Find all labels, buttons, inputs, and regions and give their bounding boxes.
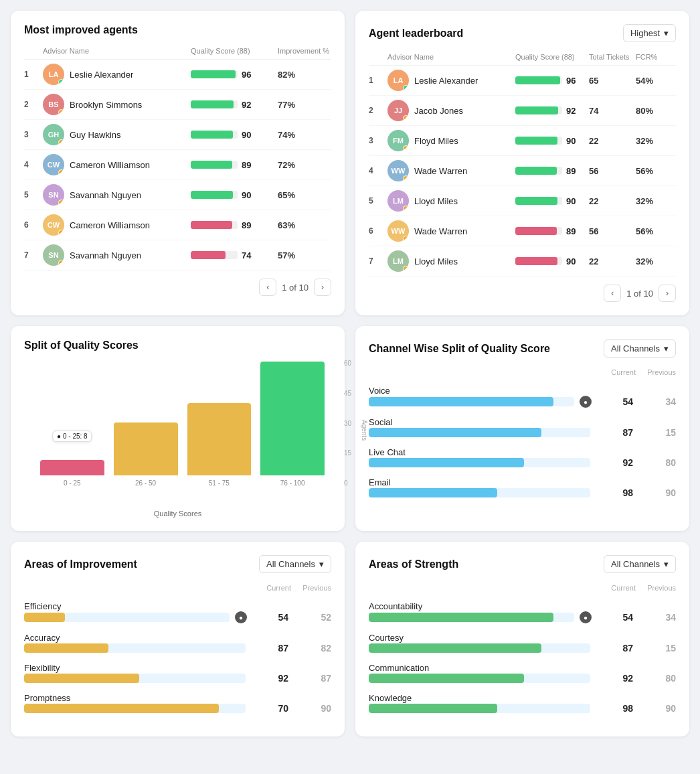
channel-label: Email [369,477,391,487]
agent-info: SN Savannah Nguyen [43,184,191,206]
table-row: 7 SN Savannah Nguyen 74 57% [24,240,331,270]
channel-bar [369,613,574,622]
col-previous: Previous [636,368,676,376]
areas-improvement-card: Areas of Improvement All Channels ▾ Curr… [11,542,345,737]
score-num: 92 [566,106,581,116]
bar-fill [24,613,65,622]
score-num: 92 [242,100,256,110]
areas-improvement-dropdown[interactable]: All Channels ▾ [259,555,331,573]
improvement-pct: 63% [278,220,331,230]
col-advisor: Advisor Name [43,47,191,55]
score-bar [515,227,562,235]
status-dot [58,230,64,236]
next-page-btn[interactable]: › [659,285,676,302]
agent-name: Floyd Miles [414,136,458,146]
areas-improvement-header: Areas of Improvement All Channels ▾ [24,555,331,573]
channel-table: Voice ● 54 34 Social 87 [369,386,676,498]
leaderboard-columns: Advisor Name Quality Score (88) Total Ti… [369,50,676,66]
previous-val: 90 [636,487,676,498]
channel-bar [369,397,574,406]
table-row: 7 LM Lloyd Miles 90 22 32% [369,246,676,277]
col-advisor: Advisor Name [387,53,515,61]
prev-page-btn[interactable]: ‹ [604,285,621,302]
status-dot [403,236,409,242]
channel-label: Efficiency [24,601,61,611]
table-row: 4 CW Cameron Williamson 89 72% [24,150,331,180]
tickets: 22 [589,196,636,206]
channel-row: Social 87 15 [369,417,676,438]
current-val: 54 [248,612,288,623]
col-improvement: Improvement % [278,47,331,55]
agent-name: Leslie Alexander [414,76,478,86]
chevron-down-icon: ▾ [664,559,669,569]
previous-val: 52 [291,612,331,623]
chevron-down-icon: ▾ [319,559,324,569]
current-val: 98 [593,703,633,714]
channel-label: Accuracy [24,633,60,643]
tickets: 22 [589,136,636,146]
channel-label: Knowledge [369,693,412,703]
status-dot [403,206,409,212]
score-cell: 89 [191,160,278,170]
score-num: 89 [566,226,581,236]
score-cell: 90 [191,130,278,140]
agent-name: Lloyd Miles [414,196,458,206]
bar-fill [369,704,497,713]
channel-row: Efficiency ● 54 52 [24,601,331,623]
fcr-pct: 32% [636,136,676,146]
areas-improvement-table: Efficiency ● 54 52 Accuracy 87 [24,601,331,714]
previous-val: 82 [291,643,331,653]
channel-label: Accountability [369,601,422,611]
status-dot [58,109,64,115]
fcr-pct: 56% [636,166,676,176]
bar-fill [369,674,524,683]
fcr-pct: 32% [636,196,676,206]
status-dot [58,169,64,175]
score-cell: 90 [515,136,589,146]
score-bar [191,70,238,78]
agent-info: JJ Jacob Jones [387,100,515,121]
score-cell: 89 [515,226,589,236]
next-page-btn[interactable]: › [314,279,331,296]
improvement-pct: 57% [278,250,331,260]
channel-dropdown[interactable]: All Channels ▾ [604,339,676,358]
leaderboard-table: 1 LA Leslie Alexander 96 65 54% 2 JJ Jac… [369,66,676,277]
channel-row: Communication 92 80 [369,663,676,684]
bar-fill [369,458,524,467]
agent-info: LM Lloyd Miles [387,250,515,272]
current-val: 54 [593,396,633,407]
score-num: 90 [566,196,581,206]
areas-strength-title: Areas of Strength [369,558,458,570]
info-icon: ● [580,396,592,408]
score-cell: 92 [515,106,589,116]
agent-info: BS Brooklyn Simmons [43,94,191,115]
leaderboard-dropdown[interactable]: Highest ▾ [623,24,676,42]
score-num: 96 [566,76,581,86]
score-cell: 89 [515,166,589,176]
channel-bar [24,704,246,713]
score-bar [191,131,238,139]
channel-label: Live Chat [369,447,406,457]
areas-strength-header: Areas of Strength All Channels ▾ [369,555,676,573]
score-num: 89 [242,160,256,170]
quality-split-card: Split of Quality Scores ● 0 - 25: 8 0 - … [11,326,345,531]
agent-name: Guy Hawkins [70,130,121,140]
rank: 4 [24,160,43,169]
score-cell: 96 [515,76,589,86]
improvement-pct: 77% [278,100,331,110]
most-improved-columns: Advisor Name Quality Score (88) Improvem… [24,44,331,60]
avatar: CW [43,154,64,175]
table-row: 3 FM Floyd Miles 90 22 32% [369,126,676,156]
most-improved-table: 1 LA Leslie Alexander 96 82% 2 BS Brookl… [24,60,331,270]
avatar: FM [387,130,409,151]
col-quality: Quality Score (88) [515,53,589,61]
prev-page-btn[interactable]: ‹ [259,279,276,296]
avatar: LA [43,64,64,85]
status-dot [403,175,409,181]
status-dot [58,260,64,266]
tickets: 65 [589,76,636,86]
channel-bar [369,643,590,653]
leaderboard-card: Agent leaderboard Highest ▾ Advisor Name… [355,11,689,315]
areas-strength-dropdown[interactable]: All Channels ▾ [604,555,676,573]
previous-val: 80 [636,673,676,684]
